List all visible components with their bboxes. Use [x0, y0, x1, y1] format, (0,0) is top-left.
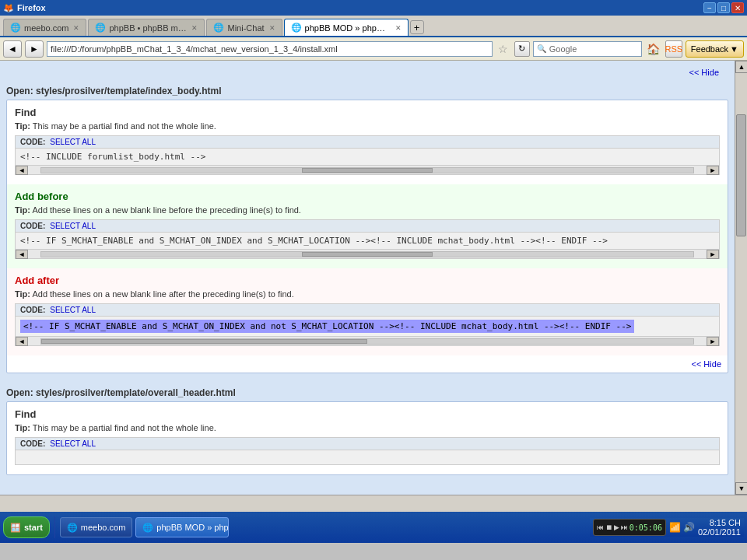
bookmark-star[interactable]: ☆ [496, 41, 511, 57]
start-button[interactable]: 🪟 start [3, 516, 50, 538]
before-scroll-left[interactable]: ◄ [16, 250, 28, 259]
code-scroll-track-1 [40, 167, 694, 173]
minimize-button[interactable]: − [703, 2, 716, 13]
home-button[interactable]: 🏠 [645, 40, 662, 58]
tab-favicon: 🌐 [10, 23, 21, 33]
taskbar: 🪟 start 🌐 meebo.com 🌐 phpBB MOD » php...… [0, 512, 747, 543]
code-label-1: CODE: [20, 138, 45, 146]
add-after-code-block: CODE: SELECT ALL <!-- IF S_MCHAT_ENABLE … [15, 303, 720, 346]
rss-button[interactable]: RSS [665, 40, 682, 58]
hide-top-button[interactable]: << Hide [689, 68, 719, 77]
find-section-2: Find Tip: This may be a partial find and… [7, 402, 728, 474]
scroll-track-area[interactable] [735, 73, 747, 482]
window-title: 🦊 Firefox [3, 3, 46, 13]
tab-close-meebo[interactable]: ✕ [73, 24, 79, 32]
top-hide-section: << Hide [0, 65, 735, 81]
select-all-before[interactable]: SELECT ALL [50, 222, 96, 230]
new-tab-button[interactable]: + [410, 20, 424, 34]
address-bar[interactable]: file:///D:/forum/phpBB_mChat_1_3_4/mchat… [47, 41, 493, 57]
add-before-scrollbar[interactable]: ◄ ► [16, 249, 719, 258]
tab-close-mod[interactable]: ✕ [395, 24, 402, 32]
maximize-button[interactable]: □ [717, 2, 730, 13]
add-before-code-block: CODE: SELECT ALL <!-- IF S_MCHAT_ENABLE … [15, 219, 720, 259]
search-box[interactable]: 🔍 Google [533, 41, 642, 57]
before-scroll-track [40, 251, 694, 257]
tab-favicon3: 🌐 [213, 23, 224, 33]
back-button[interactable]: ◄ [3, 40, 22, 58]
add-before-tip: Tip: Add these lines on a new blank line… [15, 205, 720, 215]
code-scroll-right-1[interactable]: ► [707, 166, 719, 175]
taskbar-btn-phpbb[interactable]: 🌐 phpBB MOD » php... [135, 517, 229, 537]
add-before-label: Add before [15, 191, 720, 202]
add-after-scrollbar[interactable]: ◄ ► [16, 336, 719, 345]
tab-favicon2: 🌐 [95, 23, 106, 33]
code-scroll-left-1[interactable]: ◄ [16, 166, 28, 175]
section-1: Open: styles/prosilver/template/index_bo… [6, 81, 728, 475]
open-path-1: Open: styles/prosilver/template/index_bo… [6, 81, 728, 100]
taskbar-btn-meebo-icon: 🌐 [67, 523, 78, 533]
before-scroll-right[interactable]: ► [707, 250, 719, 259]
add-before-section: Add before Tip: Add these lines on a new… [7, 184, 728, 268]
system-clock: 8:15 CH 02/01/2011 [698, 518, 741, 537]
scroll-down-arrow[interactable]: ▼ [735, 482, 747, 495]
tab-phpbb-contrib[interactable]: 🌐 phpBB • phpBB mChat - Contrib... ✕ [88, 19, 205, 36]
feedback-dropdown-icon: ▼ [730, 44, 738, 54]
select-all-find-2[interactable]: SELECT ALL [50, 439, 96, 448]
find-tip-2: Tip: This may be a partial find and not … [15, 423, 720, 432]
tab-phpbb-mod[interactable]: 🌐 phpBB MOD » phpBB mChat ✕ [284, 19, 409, 36]
after-scroll-left[interactable]: ◄ [16, 337, 28, 346]
add-after-code-content: <!-- IF S_MCHAT_ENABLE and S_MCHAT_ON_IN… [16, 317, 719, 336]
after-scroll-track [40, 338, 694, 345]
refresh-button[interactable]: ↻ [514, 41, 530, 57]
feedback-button[interactable]: Feedback ▼ [686, 40, 744, 58]
add-after-tip: Tip: Add these lines on a new blank line… [15, 289, 720, 299]
forward-button[interactable]: ► [25, 40, 44, 58]
find-section-1: Find Tip: This may be a partial find and… [7, 100, 728, 184]
code-label-before: CODE: [20, 222, 45, 230]
search-placeholder: Google [549, 44, 577, 54]
code-scroll-thumb-1 [302, 168, 433, 173]
find-code-content-2 [16, 450, 719, 464]
media-next-btn[interactable]: ⏭ [621, 523, 628, 531]
before-scroll-thumb [302, 252, 433, 257]
hide-bottom-button[interactable]: << Hide [691, 359, 721, 369]
media-play-btn[interactable]: ▶ [614, 523, 619, 531]
media-stop-btn[interactable]: ⏹ [605, 523, 612, 531]
firefox-icon: 🦊 [3, 3, 14, 13]
close-button[interactable]: ✕ [731, 2, 744, 13]
tab-mini-chat[interactable]: 🌐 Mini-Chat ✕ [206, 19, 282, 36]
scroll-up-arrow[interactable]: ▲ [735, 61, 747, 73]
find-code-block-2: CODE: SELECT ALL [15, 437, 720, 465]
window-controls: − □ ✕ [703, 2, 744, 13]
navigation-bar: ◄ ► file:///D:/forum/phpBB_mChat_1_3_4/m… [0, 37, 747, 61]
add-before-code-content: <!-- IF S_MCHAT_ENABLE and S_MCHAT_ON_IN… [16, 233, 719, 249]
tab-close-phpbb[interactable]: ✕ [191, 24, 198, 32]
select-all-after[interactable]: SELECT ALL [50, 306, 96, 314]
scroll-thumb[interactable] [736, 114, 746, 237]
highlighted-code: <!-- IF S_MCHAT_ENABLE and S_MCHAT_ON_IN… [20, 320, 634, 333]
find-code-header-1: CODE: SELECT ALL [16, 136, 719, 149]
tab-bar: 🌐 meebo.com ✕ 🌐 phpBB • phpBB mChat - Co… [0, 16, 747, 37]
tray-volume-icon[interactable]: 🔊 [683, 522, 695, 533]
tab-close-mini[interactable]: ✕ [269, 24, 275, 32]
media-time: 0:05:06 [630, 523, 662, 532]
find-code-content-1: <!-- INCLUDE forumlist_body.html --> [16, 149, 719, 165]
after-scroll-thumb [41, 339, 367, 344]
taskbar-sep [54, 516, 55, 538]
page-content: << Hide Open: styles/prosilver/template/… [0, 61, 735, 495]
vertical-scrollbar[interactable]: ▲ ▼ [735, 61, 747, 495]
add-after-code-header: CODE: SELECT ALL [16, 304, 719, 317]
start-windows-icon: 🪟 [10, 523, 21, 533]
media-prev-btn[interactable]: ⏮ [597, 523, 604, 531]
select-all-find-1[interactable]: SELECT ALL [50, 138, 96, 146]
open-path-2: Open: styles/prosilver/template/overall_… [6, 383, 728, 401]
media-player[interactable]: ⏮ ⏹ ▶ ⏭ 0:05:06 [593, 519, 666, 536]
feedback-label: Feedback [691, 44, 728, 54]
code-label-after: CODE: [20, 306, 45, 314]
find-code-scrollbar-1[interactable]: ◄ ► [16, 165, 719, 174]
taskbar-btn-meebo[interactable]: 🌐 meebo.com [60, 517, 132, 537]
after-scroll-right[interactable]: ► [707, 337, 719, 346]
tab-meebo[interactable]: 🌐 meebo.com ✕ [3, 19, 86, 36]
find-tip-1: Tip: This may be a partial find and not … [15, 121, 720, 131]
find-label-1: Find [15, 107, 720, 118]
